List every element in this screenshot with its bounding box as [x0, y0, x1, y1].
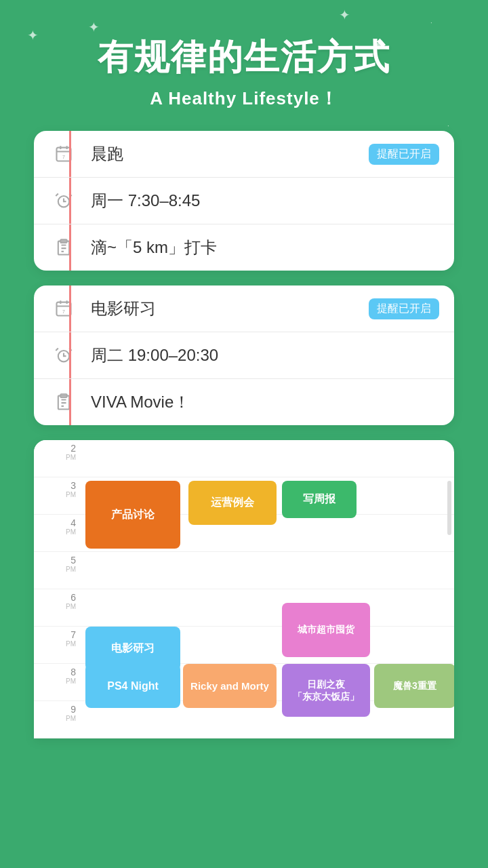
time-9pm: 9PM [34, 701, 83, 738]
card-row-note-2: VIVA Movie！ [34, 379, 454, 425]
gridline-5 [83, 589, 454, 627]
calendar-icon-1: 7 [49, 144, 79, 163]
gridline-4 [83, 552, 454, 589]
card1-title: 晨跑 [79, 143, 369, 165]
time-column: 2PM 3PM 4PM 5PM 6PM 7PM 8PM 9PM 10PM 11P… [34, 440, 83, 738]
header: 有规律的生活方式 A Healthy Lifestyle！ [0, 0, 488, 131]
time-2pm: 2PM [34, 440, 83, 477]
card-row-title-1: 7 晨跑 提醒已开启 [34, 131, 454, 178]
event-japanese-drama[interactable]: 日剧之夜「东京大饭店」 [282, 664, 370, 717]
card2-time: 周二 19:00–20:30 [79, 344, 439, 366]
time-6pm: 6PM [34, 589, 83, 627]
time-7pm: 7PM [34, 627, 83, 664]
svg-text:7: 7 [62, 155, 65, 159]
card-row-time-1: 周一 7:30–8:45 [34, 178, 454, 224]
card-row-title-2: 7 电影研习 提醒已开启 [34, 285, 454, 332]
clipboard-icon-1 [49, 238, 79, 257]
red-bar-2b [69, 332, 71, 378]
scrollbar[interactable] [447, 481, 451, 535]
red-bar-1b [69, 178, 71, 224]
clipboard-icon-2 [49, 393, 79, 412]
card1-time: 周一 7:30–8:45 [79, 190, 439, 212]
time-5pm: 5PM [34, 552, 83, 589]
card1-note: 滴~「5 km」打卡 [79, 237, 439, 258]
card-morning-run: 7 晨跑 提醒已开启 周一 7:30–8:45 [34, 131, 454, 271]
card2-badge: 提醒已开启 [369, 298, 439, 319]
event-grocery[interactable]: 城市超市囤货 [282, 603, 370, 657]
svg-text:7: 7 [62, 309, 65, 314]
card2-note: VIVA Movie！ [79, 391, 439, 413]
red-bar-2 [69, 285, 71, 332]
gridline-1 [83, 440, 454, 477]
card-row-note-1: 滴~「5 km」打卡 [34, 224, 454, 271]
alarm-icon-2 [49, 346, 79, 365]
time-8pm: 8PM [34, 664, 83, 701]
event-product-discussion[interactable]: 产品讨论 [85, 481, 180, 549]
event-operations-meeting[interactable]: 运营例会 [188, 481, 277, 525]
svg-line-6 [56, 194, 58, 197]
svg-line-19 [56, 349, 58, 351]
red-bar-1 [69, 131, 71, 177]
time-4pm: 4PM [34, 515, 83, 552]
card-row-time-2: 周二 19:00–20:30 [34, 332, 454, 379]
title-chinese: 有规律的生活方式 [27, 34, 461, 81]
time-3pm: 3PM [34, 477, 83, 515]
event-ricky-morty[interactable]: Ricky and Morty [183, 664, 277, 708]
calendar-icon-2: 7 [49, 299, 79, 318]
title-english: A Healthy Lifestyle！ [27, 87, 461, 111]
card2-title: 电影研习 [79, 298, 369, 319]
event-ps4-night[interactable]: PS4 Night [85, 664, 180, 708]
red-bar-1c [69, 224, 71, 271]
card1-badge: 提醒已开启 [369, 144, 439, 165]
card-movie-study: 7 电影研习 提醒已开启 周二 19:00–20:30 [34, 285, 454, 425]
alarm-icon-1 [49, 191, 79, 210]
events-area: 产品讨论 运营例会 写周报 电影研习 城市超市囤货 Ricky and Mort… [83, 440, 454, 738]
red-bar-2c [69, 379, 71, 425]
calendar-section: 2PM 3PM 4PM 5PM 6PM 7PM 8PM 9PM 10PM 11P… [34, 440, 454, 738]
event-weekly-report[interactable]: 写周报 [282, 481, 357, 518]
event-warcraft[interactable]: 魔兽3重置 [374, 664, 454, 708]
